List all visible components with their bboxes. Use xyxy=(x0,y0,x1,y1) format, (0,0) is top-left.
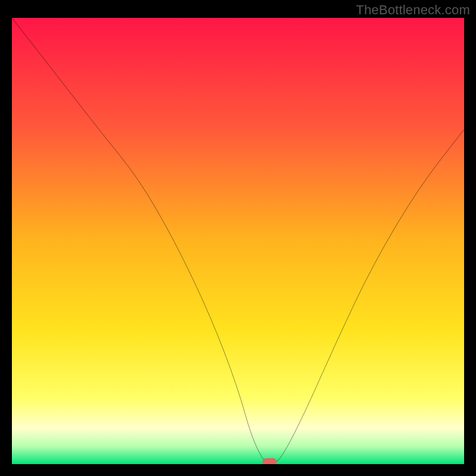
plot-area xyxy=(12,18,464,464)
watermark-text: TheBottleneck.com xyxy=(356,2,470,18)
chart-frame: TheBottleneck.com xyxy=(0,0,476,476)
bottleneck-curve xyxy=(12,18,464,464)
optimal-marker xyxy=(262,458,277,464)
